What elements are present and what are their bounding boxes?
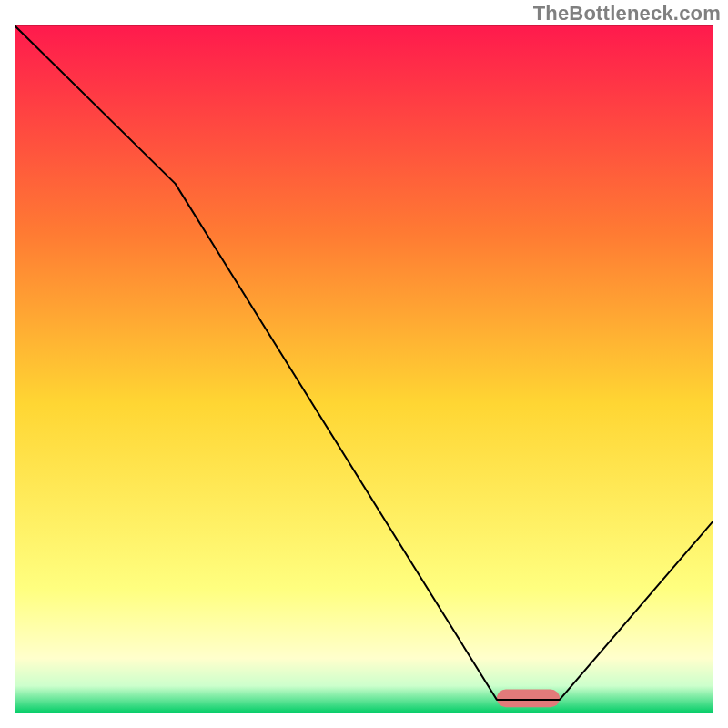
optimal-range-marker xyxy=(497,690,560,708)
chart-svg xyxy=(15,25,713,713)
chart-stage: TheBottleneck.com xyxy=(0,0,728,728)
chart-plot-area xyxy=(15,25,713,713)
watermark-text: TheBottleneck.com xyxy=(533,2,721,25)
